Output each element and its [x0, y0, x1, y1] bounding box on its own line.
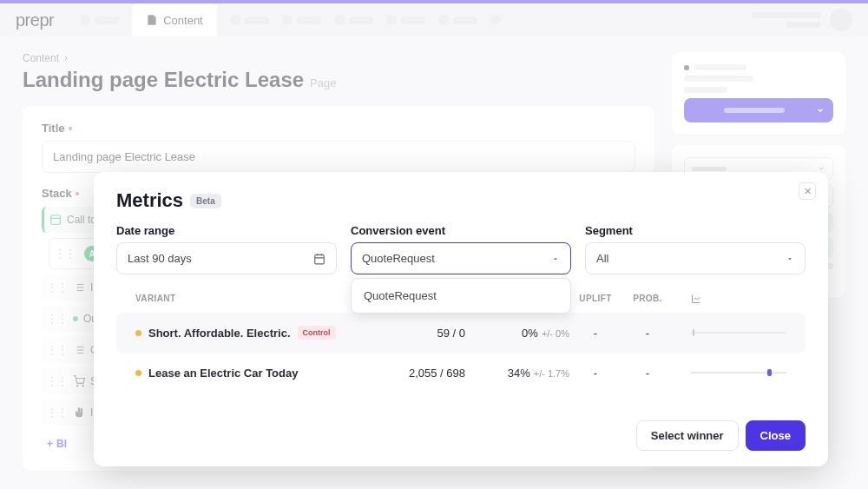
table-row: Short. Affordable. Electric. Control 59 …	[116, 313, 806, 353]
beta-badge: Beta	[190, 194, 221, 208]
rate-value: 34%	[508, 367, 530, 380]
table-row: Lease an Electric Car Today 2,055 / 698 …	[116, 353, 806, 393]
uplift-value: -	[569, 327, 621, 340]
variant-dot-icon	[135, 330, 141, 336]
svg-rect-3	[315, 254, 325, 264]
dropdown-option[interactable]: QuoteRequest	[355, 282, 567, 309]
variant-dot-icon	[135, 370, 141, 376]
segment-label: Segment	[585, 224, 806, 237]
conversion-event-dropdown: QuoteRequest	[351, 278, 571, 314]
modal-title: Metrics	[116, 189, 183, 212]
calendar-icon	[313, 253, 326, 265]
date-range-label: Date range	[116, 224, 337, 237]
rate-tolerance: +/- 1.7%	[534, 368, 569, 379]
caret-up-icon	[551, 254, 560, 263]
impr-value: 2,055 / 698	[361, 367, 465, 380]
metrics-modal: ✕ Metrics Beta Date range Last 90 days C…	[94, 172, 828, 466]
sparkline	[691, 327, 786, 338]
variant-name: Short. Affordable. Electric.	[148, 327, 291, 340]
impr-value: 59 / 0	[361, 327, 465, 340]
conversion-event-label: Conversion event	[351, 224, 571, 237]
col-chart-icon	[674, 294, 786, 306]
col-prob: PROB.	[621, 294, 674, 306]
col-uplift: UPLIFT	[569, 294, 621, 306]
col-variant: VARIANT	[135, 294, 361, 306]
date-range-select[interactable]: Last 90 days	[116, 242, 337, 274]
control-badge: Control	[298, 326, 336, 340]
rate-value: 0%	[522, 327, 538, 340]
close-icon[interactable]: ✕	[799, 182, 816, 200]
sparkline	[691, 367, 786, 378]
prob-value: -	[621, 327, 674, 340]
uplift-value: -	[569, 367, 621, 380]
prob-value: -	[621, 367, 674, 380]
segment-select[interactable]: All	[585, 242, 806, 274]
variant-name: Lease an Electric Car Today	[148, 367, 298, 380]
caret-down-icon	[786, 254, 794, 263]
close-button[interactable]: Close	[746, 420, 806, 451]
conversion-event-select[interactable]: QuoteRequest	[351, 242, 571, 274]
rate-tolerance: +/- 0%	[542, 328, 569, 339]
select-winner-button[interactable]: Select winner	[636, 420, 739, 451]
